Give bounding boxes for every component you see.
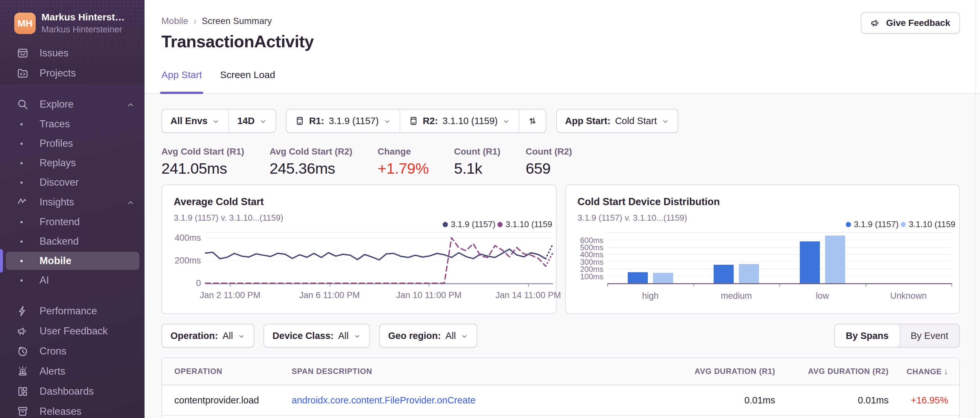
sidebar-item-replays[interactable]: Replays (0, 153, 145, 173)
release2-prefix: R2: (423, 116, 438, 126)
dashboards-icon (17, 386, 29, 397)
app-start-type-filter[interactable]: App Start: Cold Start (557, 110, 678, 132)
x-axis-label: Jan 6 11:00 PM (299, 290, 360, 300)
col-avg-duration-r2[interactable]: AVG DURATION (R2) (775, 367, 889, 376)
sidebar-item-releases[interactable]: Releases (0, 402, 145, 418)
page-title: TransactionActivity (161, 32, 960, 51)
release-icon (409, 116, 418, 126)
series-line (205, 249, 546, 260)
stat-value: 245.36ms (270, 159, 353, 177)
chevron-up-icon (126, 100, 135, 108)
insights-icon (17, 196, 29, 208)
main-area: Mobile › Screen Summary Give Feedback Tr… (145, 0, 980, 418)
chart-legend: 3.1.9 (1157)3.1.10 (1159 (443, 219, 552, 229)
charts-row: Average Cold Start 3.1.9 (1157) v. 3.1.1… (161, 184, 960, 314)
lightning-icon (17, 305, 29, 317)
date-range-filter[interactable]: 14D (228, 110, 275, 132)
chevron-down-icon (662, 117, 669, 125)
bar-high-r2 (653, 273, 673, 283)
operation-prefix: Operation: (170, 331, 218, 341)
org-user-switcher[interactable]: MH Markus Hinterst… Markus Hintersteiner (0, 0, 145, 42)
stat-count-r2-: Count (R2)659 (526, 146, 572, 177)
legend-dot-icon (846, 222, 851, 227)
cell-avg-r1: 0.01ms (671, 395, 775, 406)
legend-dot-icon (443, 222, 448, 227)
legend-item[interactable]: 3.1.9 (1157) (443, 219, 495, 229)
operation-filter[interactable]: Operation: All (162, 324, 254, 347)
chart-legend: 3.1.9 (1157)3.1.10 (1159 (846, 219, 955, 229)
sidebar-item-profiles[interactable]: Profiles (0, 134, 145, 153)
sidebar-item-backend[interactable]: Backend (0, 232, 145, 251)
sidebar-item-crons[interactable]: Crons (0, 341, 145, 361)
x-axis-label: Jan 14 11:00 PM (495, 290, 561, 300)
sidebar-item-frontend[interactable]: Frontend (0, 212, 145, 232)
release1-filter[interactable]: R1: 3.1.9 (1157) (286, 110, 399, 132)
sidebar-item-issues[interactable]: Issues (0, 43, 145, 63)
series-line-dotted-tail (546, 244, 553, 259)
x-axis-tick (951, 283, 952, 287)
category-label: medium (721, 291, 752, 301)
geo-region-filter[interactable]: Geo region: All (380, 324, 477, 347)
spans-table: OPERATION SPAN DESCRIPTION AVG DURATION … (161, 358, 960, 418)
issues-icon (17, 47, 29, 59)
give-feedback-button[interactable]: Give Feedback (861, 12, 960, 34)
by-event-toggle[interactable]: By Event (900, 324, 959, 347)
sidebar-item-alerts[interactable]: Alerts (0, 361, 145, 381)
cell-operation: contentprovider.load (174, 395, 292, 406)
average-cold-start-chart: Average Cold Start 3.1.9 (1157) v. 3.1.1… (161, 184, 557, 314)
tab-screen-load[interactable]: Screen Load (220, 63, 275, 93)
line-series-plot (205, 232, 553, 290)
bar-medium-r1 (714, 265, 734, 283)
col-avg-duration-r1[interactable]: AVG DURATION (R1) (671, 367, 775, 376)
legend-item[interactable]: 3.1.10 (1159 (498, 219, 552, 229)
device-class-filter[interactable]: Device Class: All (264, 324, 369, 347)
tab-app-start[interactable]: App Start (161, 63, 202, 93)
sidebar-item-mobile[interactable]: Mobile (0, 251, 145, 270)
release1-value: 3.1.9 (1157) (329, 116, 379, 126)
release2-filter[interactable]: R2: 3.1.10 (1159) (399, 110, 519, 132)
x-axis-label: Jan 10 11:00 PM (396, 290, 461, 300)
sidebar-item-insights[interactable]: Insights (0, 192, 145, 212)
legend-dot-icon (900, 222, 906, 227)
sidebar-item-dashboards[interactable]: Dashboards (0, 381, 145, 402)
sidebar-item-explore[interactable]: Explore (0, 94, 145, 114)
stat-value: 659 (526, 159, 572, 177)
sidebar-item-traces[interactable]: Traces (0, 114, 145, 134)
bullet-icon (21, 260, 23, 262)
stat-avg-cold-start-r1-: Avg Cold Start (R1)241.05ms (161, 146, 244, 177)
bar-low-r2 (825, 235, 845, 283)
breadcrumb: Mobile › Screen Summary (161, 16, 960, 27)
user-subtitle: Markus Hintersteiner (41, 25, 125, 35)
sidebar-item-ai[interactable]: AI (0, 270, 145, 290)
col-span-description[interactable]: SPAN DESCRIPTION (292, 367, 671, 376)
env-filter[interactable]: All Envs (162, 110, 228, 132)
stat-value: 241.05ms (161, 159, 244, 177)
sidebar-item-user-feedback[interactable]: User Feedback (0, 321, 145, 341)
breadcrumb-mobile[interactable]: Mobile (161, 16, 188, 26)
content: All Envs 14D R1: 3.1.9 (1157) R2: (145, 109, 980, 418)
sidebar-nav: IssuesProjectsExploreTracesProfilesRepla… (0, 42, 145, 418)
device-class-value: All (338, 331, 348, 341)
breadcrumb-screen-summary: Screen Summary (202, 16, 272, 26)
chart-title: Cold Start Device Distribution (578, 196, 720, 208)
by-spans-toggle[interactable]: By Spans (834, 324, 900, 348)
series-line-dotted-tail (546, 253, 553, 266)
legend-item[interactable]: 3.1.10 (1159 (900, 219, 955, 229)
cell-span-description-link[interactable]: androidx.core.content.FileProvider.onCre… (292, 395, 671, 406)
gridline (607, 254, 951, 255)
swap-releases-button[interactable] (519, 110, 546, 132)
sidebar-item-performance[interactable]: Performance (0, 301, 145, 321)
chevron-up-icon (126, 198, 135, 207)
legend-item[interactable]: 3.1.9 (1157) (846, 219, 899, 229)
col-operation[interactable]: OPERATION (174, 367, 292, 376)
page-header: Mobile › Screen Summary Give Feedback Tr… (145, 0, 980, 94)
app-start-value: Cold Start (615, 116, 657, 126)
col-change[interactable]: CHANGE↓ (889, 367, 948, 377)
chevron-down-icon (460, 332, 468, 340)
chart-subtitle: 3.1.9 (1157) v. 3.1.10...(1159) (174, 213, 283, 223)
sidebar-item-projects[interactable]: Projects (0, 63, 145, 83)
y-axis-label: 100ms (570, 272, 603, 281)
sidebar-item-discover[interactable]: Discover (0, 173, 145, 192)
cell-change: +16.95% (889, 395, 948, 406)
bullet-icon (21, 221, 23, 223)
